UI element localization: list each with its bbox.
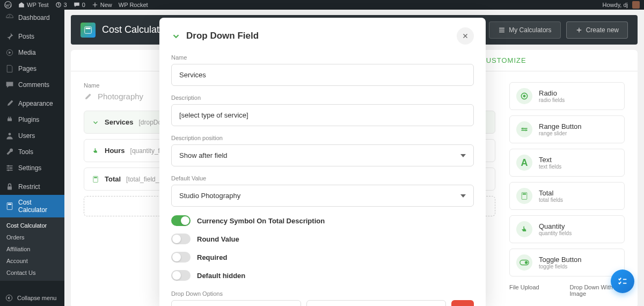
wrench-icon (5, 148, 14, 156)
currency-toggle-label: Currency Symbol On Total Description (197, 217, 325, 225)
close-icon (462, 32, 469, 40)
element-text[interactable]: ATexttext fields (509, 149, 625, 177)
desc-position-select[interactable]: Show after field (171, 144, 474, 166)
delete-option-button[interactable] (451, 300, 474, 306)
description-input[interactable] (171, 104, 474, 126)
svg-rect-6 (8, 186, 12, 190)
create-new-button[interactable]: Create new (566, 21, 628, 39)
total-icon (516, 188, 532, 204)
svg-point-20 (523, 95, 526, 98)
option-name-input[interactable] (171, 300, 301, 306)
svg-rect-18 (94, 177, 97, 178)
howdy-user[interactable]: Howdy, dj (603, 1, 640, 9)
submenu-account[interactable]: Account (0, 255, 64, 267)
hand-icon (92, 147, 99, 155)
element-total[interactable]: Totaltotal fields (509, 182, 625, 210)
required-toggle[interactable] (171, 252, 191, 263)
desc-position-label: Description position (171, 135, 474, 141)
chevron-down-icon (171, 31, 181, 41)
default-value-select[interactable]: Studio Photography (171, 185, 474, 207)
menu-pages[interactable]: Pages (0, 61, 64, 77)
calculator-icon (5, 202, 14, 210)
menu-dashboard[interactable]: Dashboard (0, 10, 64, 26)
site-link[interactable]: WP Test (18, 2, 49, 8)
media-icon (5, 48, 14, 57)
svg-point-3 (8, 165, 9, 166)
element-range[interactable]: Range Buttonrange slider (509, 115, 625, 143)
name-label: Name (171, 54, 474, 61)
hidden-toggle-label: Default hidden (197, 272, 245, 280)
cc-title: Cost Calculator (102, 24, 168, 35)
svg-rect-11 (86, 27, 91, 29)
edit-icon (84, 92, 92, 101)
element-radio[interactable]: Radioradio fields (509, 82, 625, 110)
submenu-cost-calculator: Cost Calculator Orders Affiliation Accou… (0, 217, 64, 281)
toggle-icon (516, 254, 532, 271)
element-toggle[interactable]: Toggle Buttontoggle fields (509, 249, 625, 276)
svg-point-9 (6, 295, 12, 301)
submenu-orders[interactable]: Orders (0, 231, 64, 243)
menu-posts[interactable]: Posts (0, 28, 64, 45)
svg-point-24 (525, 261, 528, 264)
wp-rocket-link[interactable]: WP Rocket (119, 2, 148, 8)
brush-icon (5, 99, 14, 108)
dashboard-icon (5, 13, 14, 22)
pin-icon (5, 32, 14, 41)
plug-icon (5, 115, 14, 124)
required-toggle-label: Required (197, 253, 227, 261)
text-icon: A (516, 155, 532, 171)
name-input[interactable] (171, 64, 474, 86)
dropdown-field-modal: Drop Down Field Name Description Descrip… (159, 18, 486, 306)
hidden-toggle[interactable] (171, 270, 191, 281)
submenu-title[interactable]: Cost Calculator (0, 220, 64, 231)
svg-point-5 (8, 169, 9, 171)
close-button[interactable] (457, 27, 474, 45)
my-calculators-button[interactable]: My Calculators (489, 21, 560, 39)
menu-comments[interactable]: Comments (0, 77, 64, 93)
chevron-down-icon (92, 119, 99, 126)
page-icon (5, 64, 14, 73)
description-label: Description (171, 94, 474, 101)
lock-icon (5, 183, 14, 191)
updates-link[interactable]: 3 (55, 2, 67, 8)
collapse-menu[interactable]: Collapse menu (0, 290, 64, 306)
user-icon (5, 132, 14, 140)
menu-media[interactable]: Media (0, 45, 64, 61)
calculator-field-icon (92, 176, 99, 183)
radio-icon (516, 88, 532, 104)
svg-point-4 (10, 167, 12, 169)
menu-settings[interactable]: Settings (0, 160, 64, 176)
svg-rect-8 (8, 203, 11, 205)
menu-appearance[interactable]: Appearance (0, 96, 64, 112)
svg-rect-22 (523, 193, 526, 194)
wp-admin-sidebar: Dashboard Posts Media Pages Comments App… (0, 10, 64, 306)
option-value-input[interactable] (306, 300, 446, 306)
element-quantity[interactable]: Quantityquantity fields (509, 215, 625, 243)
checklist-icon (617, 275, 628, 287)
comments-link[interactable]: 0 (74, 2, 85, 8)
currency-toggle[interactable] (171, 215, 191, 226)
default-value-label: Default Value (171, 175, 474, 181)
submenu-affiliation[interactable]: Affiliation (0, 243, 64, 255)
round-toggle[interactable] (171, 234, 191, 244)
elements-panel: Radioradio fields Range Buttonrange slid… (509, 82, 625, 297)
menu-plugins[interactable]: Plugins (0, 112, 64, 128)
cc-logo-icon (80, 23, 96, 38)
comment-icon (5, 81, 14, 89)
svg-point-2 (9, 133, 11, 135)
admin-bar: WP Test 3 0 New WP Rocket Howdy, dj (0, 0, 644, 10)
file-upload-label: File Upload (509, 284, 565, 297)
sliders-icon (5, 164, 14, 172)
menu-users[interactable]: Users (0, 128, 64, 144)
range-icon (516, 121, 532, 137)
modal-title: Drop Down Field (171, 31, 259, 41)
help-fab[interactable] (611, 269, 634, 293)
wp-logo-icon[interactable] (4, 1, 12, 9)
options-label: Drop Down Options (171, 290, 474, 297)
menu-restrict[interactable]: Restrict (0, 179, 64, 195)
menu-tools[interactable]: Tools (0, 144, 64, 160)
new-link[interactable]: New (92, 2, 112, 8)
menu-cost-calculator[interactable]: Cost Calculator (0, 195, 64, 217)
submenu-contact[interactable]: Contact Us (0, 267, 64, 279)
round-toggle-label: Round Value (197, 235, 239, 243)
